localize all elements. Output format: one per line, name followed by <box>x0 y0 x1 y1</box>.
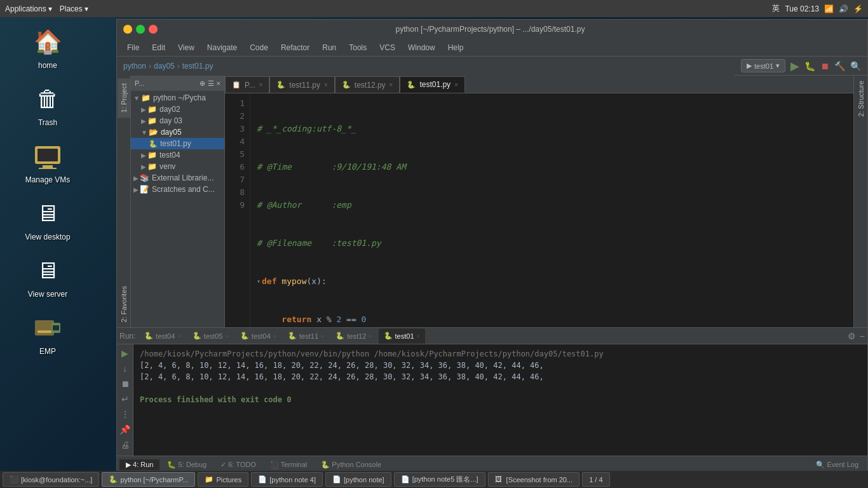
menu-edit[interactable]: Edit <box>147 42 170 53</box>
taskbar-pictures[interactable]: 📁 Pictures <box>198 472 248 487</box>
desktop-icon-emp[interactable]: EMP <box>19 311 76 356</box>
menu-tools[interactable]: Tools <box>344 42 372 53</box>
btm-tab-terminal[interactable]: ⬛ Terminal <box>264 459 313 470</box>
btm-tab-run[interactable]: ▶ 4: Run <box>119 459 159 470</box>
taskbar-note4[interactable]: 📄 [python note 4] <box>251 472 323 487</box>
btm-tab-debug[interactable]: 🐛 5: Debug <box>161 459 213 470</box>
places-menu[interactable]: Places ▾ <box>60 4 88 13</box>
stop-button[interactable]: ⏹ <box>820 61 829 71</box>
tree-item-venv[interactable]: ▶ 📁 venv <box>131 161 224 172</box>
volume-icon[interactable]: 🔊 <box>839 4 848 13</box>
run-tab-test04a[interactable]: 🐍 test04 × <box>139 329 186 344</box>
tab-test12[interactable]: 🐍 test12.py × <box>335 76 400 93</box>
tab-test11[interactable]: 🐍 test11.py × <box>269 76 335 93</box>
language-indicator[interactable]: 英 <box>772 3 780 14</box>
tab-test11-close[interactable]: × <box>324 81 328 88</box>
taskbar-screenshot[interactable]: 🖼 [Sceenshot from 20... <box>488 472 580 487</box>
taskbar-note[interactable]: 📄 [python note] <box>325 472 391 487</box>
minimize-button[interactable] <box>123 25 132 34</box>
run-tab-test01[interactable]: 🐍 test01 × <box>379 329 425 344</box>
run-panel-settings-icon[interactable]: ⚙ <box>848 331 856 341</box>
breadcrumb-python[interactable]: python <box>123 62 146 71</box>
menu-navigate[interactable]: Navigate <box>202 42 242 53</box>
desktop-icon-managevms[interactable]: Manage VMs <box>19 140 76 184</box>
desktop-icon-home[interactable]: 🏠 home <box>19 25 76 70</box>
tree-item-day05[interactable]: ▼ 📂 day05 <box>131 126 224 138</box>
menu-run[interactable]: Run <box>317 42 341 53</box>
menu-window[interactable]: Window <box>403 42 440 53</box>
run-pin-btn[interactable]: 📌 <box>118 423 132 436</box>
run-print-btn[interactable]: 🖨 <box>119 438 131 451</box>
tree-gear-icon[interactable]: ☰ <box>208 79 214 88</box>
maximize-button[interactable] <box>136 25 145 34</box>
run-config-selector[interactable]: ▶ test01 ▾ <box>741 59 785 72</box>
taskbar-pycharm[interactable]: 🐍 python [~/PycharmP... <box>102 472 195 487</box>
menu-vcs[interactable]: VCS <box>374 42 400 53</box>
run-tab-test04b[interactable]: 🐍 test04 × <box>235 329 281 344</box>
project-tab-button[interactable]: 1: Project <box>118 78 130 118</box>
tab-p-close[interactable]: × <box>259 81 262 88</box>
btm-tab-python-console[interactable]: 🐍 Python Console <box>315 459 388 470</box>
btm-tab-todo[interactable]: ✓ 6: TODO <box>214 459 262 470</box>
menu-code[interactable]: Code <box>245 42 273 53</box>
run-stop-btn[interactable]: ⏹ <box>119 377 131 390</box>
menu-refactor[interactable]: Refactor <box>276 42 315 53</box>
debug-button[interactable]: 🐛 <box>804 61 815 71</box>
run-button[interactable]: ▶ <box>790 59 799 73</box>
close-button[interactable] <box>149 25 158 34</box>
svg-rect-3 <box>39 168 57 169</box>
menu-help[interactable]: Help <box>443 42 469 53</box>
build-button[interactable]: 🔨 <box>834 61 845 71</box>
breadcrumb-day05[interactable]: day05 <box>154 62 175 71</box>
run-tab-test05-close[interactable]: × <box>226 333 229 339</box>
run-down-btn[interactable]: ↓ <box>121 362 128 375</box>
tree-item-test04[interactable]: ▶ 📁 test04 <box>131 149 224 161</box>
breadcrumb-file[interactable]: test01.py <box>182 62 214 71</box>
desktop-icon-trash[interactable]: 🗑 Trash <box>19 83 76 127</box>
favorites-tab-button[interactable]: 2: Favorites <box>118 281 130 327</box>
run-tab-test01-close[interactable]: × <box>417 333 420 339</box>
menu-file[interactable]: File <box>122 42 144 53</box>
run-tab-test12-close[interactable]: × <box>369 333 372 339</box>
applications-menu[interactable]: Applications ▾ <box>5 4 52 13</box>
run-wrap-btn[interactable]: ↵ <box>120 393 130 405</box>
taskbar-note5[interactable]: 📄 [python note5 匯名...] <box>394 472 485 487</box>
btm-tab-event-log[interactable]: 🔍 Event Log <box>810 459 865 470</box>
run-tab-test05[interactable]: 🐍 test05 × <box>187 329 234 344</box>
code-content[interactable]: # _*_coding:utf-8_*_ # @Time :9/10/191:4… <box>250 93 853 327</box>
taskbar-page-indicator[interactable]: 1 / 4 <box>582 472 609 487</box>
run-panel-collapse-icon[interactable]: − <box>860 331 865 341</box>
svg-rect-1 <box>37 149 58 161</box>
menu-view[interactable]: View <box>173 42 200 53</box>
server-icon: 🖥 <box>31 254 64 287</box>
tree-item-day02[interactable]: ▶ 📁 day02 <box>131 104 224 115</box>
desktop-icon-viewdesktop[interactable]: 🖥 View desktop <box>19 197 76 241</box>
desktop-icon-viewserver[interactable]: 🖥 View server <box>19 254 76 299</box>
code-editor[interactable]: 1 2 3 4 5 6 7 8 9 # _*_coding:utf-8_*_ #… <box>225 93 853 327</box>
run-tab-test04b-close[interactable]: × <box>273 333 276 339</box>
run-tab-test11[interactable]: 🐍 test11 × <box>283 329 329 344</box>
screenshot-icon: 🖼 <box>495 475 504 484</box>
tree-item-extlibs[interactable]: ▶ 📚 External Librarie... <box>131 172 224 184</box>
tree-close-icon[interactable]: × <box>217 79 220 88</box>
fold-6[interactable] <box>257 313 261 326</box>
run-tab-test04a-close[interactable]: × <box>177 333 180 339</box>
fold-5[interactable]: ▾ <box>257 275 261 288</box>
structure-tab-button[interactable]: 2: Structure <box>855 76 867 122</box>
tree-item-day03[interactable]: ▶ 📁 day 03 <box>131 115 224 126</box>
search-button[interactable]: 🔍 <box>850 61 861 71</box>
tree-sync-icon[interactable]: ⊕ <box>200 79 205 88</box>
run-tab-test11-close[interactable]: × <box>321 333 324 339</box>
run-tab-test12[interactable]: 🐍 test12 × <box>330 329 377 344</box>
taskbar-terminal[interactable]: ⬛ [kiosk@foundation:~...] <box>3 472 99 487</box>
tree-item-test01[interactable]: 🐍 test01.py <box>131 138 224 149</box>
run-tree-btn[interactable]: ⋮ <box>119 408 131 421</box>
tab-test01[interactable]: 🐍 test01.py × <box>400 76 465 93</box>
tree-item-scratches[interactable]: ▶ 📝 Scratches and C... <box>131 184 224 195</box>
power-icon[interactable]: ⚡ <box>853 4 863 13</box>
tree-root[interactable]: ▼ 📁 python ~/Pycha <box>131 92 224 104</box>
run-play-btn[interactable]: ▶ <box>120 347 130 360</box>
tab-test01-close[interactable]: × <box>454 81 458 88</box>
tab-p[interactable]: 📋 P... × <box>225 76 269 93</box>
tab-test12-close[interactable]: × <box>390 81 393 88</box>
